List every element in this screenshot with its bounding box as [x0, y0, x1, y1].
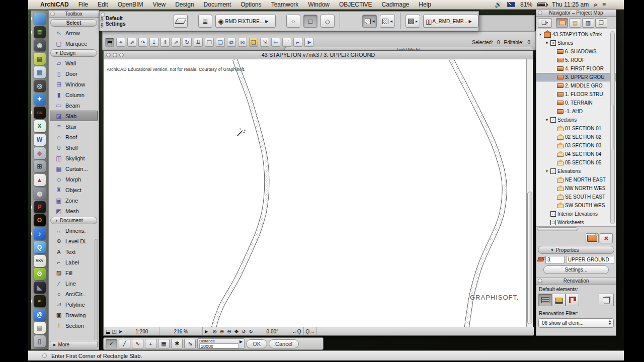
fill-swatch-button[interactable]: ▸ [406, 15, 420, 28]
drawing-window-title-bar[interactable]: 43 STAPYLTON v7mk3 / 3. UPPER GROUND [104, 51, 533, 59]
tree-item-0--terrain[interactable]: 0. TERRAIN [536, 99, 616, 107]
fill-display-button-2[interactable]: ◂ [380, 15, 395, 28]
layer-button[interactable]: ◉ RMD FIXTURE... ▶ [215, 15, 276, 28]
menu-item-options[interactable]: Options [240, 1, 261, 8]
transfer-settings-button[interactable] [599, 294, 614, 306]
floor-plan-display-button[interactable]: ≣ [198, 15, 212, 28]
tool-skylight[interactable]: ◫Skylight [50, 153, 98, 163]
toolbox-scrollbar[interactable] [95, 239, 98, 340]
expand-triangle-icon[interactable]: ▼ [545, 118, 549, 122]
menu-item-cadimage[interactable]: Cadimage [382, 1, 410, 8]
dock-item-android-app[interactable]: ʘ [33, 268, 46, 281]
dock-item-itunes[interactable]: ♪ [33, 227, 46, 240]
layout-book-button[interactable]: ▥ [582, 18, 594, 28]
orbit-button[interactable]: ↺ [242, 329, 246, 334]
zoom-selection-button[interactable]: ⌖ [116, 38, 125, 47]
ok-button[interactable]: OK [246, 339, 267, 348]
dock-item-face-utility[interactable]: ◍ [33, 187, 46, 200]
previous-zoom-button[interactable]: ←Q [290, 327, 304, 335]
drawing-canvas[interactable]: ArchiCAD Educational version, not for re… [104, 59, 527, 328]
distance-arrow-button[interactable]: ⇘ [184, 339, 196, 348]
tree-item-nw-north-wes[interactable]: NW NORTH WES [536, 184, 616, 193]
dock-item-illustrator[interactable]: Ai [33, 295, 46, 308]
toolbox-section-document[interactable]: ▼Document [50, 217, 97, 224]
expand-triangle-icon[interactable]: ▼ [538, 33, 542, 36]
dock-item-trash[interactable]: ▯ [33, 335, 46, 348]
scrollbar-thumb[interactable] [527, 192, 532, 324]
tree-item-stories[interactable]: ▼≡Stories [536, 39, 616, 47]
close-icon[interactable] [50, 12, 55, 16]
tool-shell[interactable]: ∪Shell [50, 142, 98, 153]
marquee-delete-button[interactable]: ⊠ [238, 38, 247, 47]
toolbox-section-design[interactable]: ▼Design [50, 49, 97, 57]
tool-fill[interactable]: ▨Fill [50, 267, 98, 278]
duplicate-button[interactable]: ❏ [216, 38, 225, 47]
demolished-elements-button[interactable] [552, 294, 566, 306]
dock-item-quicktime[interactable]: Q [33, 241, 46, 254]
fillet-button[interactable]: ⌒ [282, 38, 291, 47]
dock-item-p-app[interactable]: P [33, 201, 46, 214]
menu-item-teamwork[interactable]: Teamwork [271, 1, 299, 8]
polyline-input-button[interactable]: ∿ [132, 339, 143, 348]
view-map-button[interactable]: ▤ [569, 18, 581, 28]
expand-triangle-icon[interactable]: ▼ [545, 169, 549, 173]
tree-item-01-section-01[interactable]: 01 SECTION 01 [536, 124, 616, 133]
properties-header[interactable]: ▼Properties [538, 246, 614, 254]
dock-item-finder[interactable] [33, 12, 46, 25]
dock-item-mkv[interactable]: MKV [33, 254, 46, 267]
menu-item-help[interactable]: Help [419, 1, 431, 8]
navigator-title-bar[interactable]: Navigator – Project Map [536, 10, 616, 17]
delete-button[interactable]: × [600, 233, 613, 243]
input-language-flag-icon[interactable] [507, 2, 515, 7]
dock-item-cs-live[interactable]: CS [33, 106, 46, 119]
toolbox-title-bar[interactable]: Toolbox [49, 11, 99, 18]
tree-item-2--middle-gro[interactable]: 2. MIDDLE GRO [536, 81, 616, 90]
settings-button[interactable]: Settings... [543, 265, 609, 274]
drop-button[interactable]: ⇣ [149, 38, 158, 47]
pick-line-button[interactable]: ╱ [119, 339, 130, 348]
elevate-button[interactable]: ⇞ [160, 38, 170, 47]
geometry-rectangle-button[interactable]: □ [303, 15, 317, 28]
menu-clock[interactable]: Thu 11:25 am [552, 1, 589, 8]
tool-polyline[interactable]: ⊿Polyline [50, 299, 98, 310]
dock-item-knob-app[interactable]: ◎ [33, 79, 46, 93]
close-icon[interactable] [101, 13, 105, 17]
cancel-button[interactable]: Cancel [269, 339, 299, 348]
tree-item-elevations[interactable]: ▼⌂Elevations [536, 167, 616, 175]
pen-set-button[interactable]: ➤ [118, 329, 122, 334]
renovation-filter-dropdown[interactable]: 06 show all elem... [538, 318, 614, 328]
tool-text[interactable]: AText [50, 246, 98, 257]
scrollbar-thumb[interactable] [537, 227, 578, 231]
new-elements-button[interactable] [566, 294, 579, 306]
story-name-field[interactable]: UPPER GROUND [566, 256, 614, 263]
tool-beam[interactable]: ▭Beam [50, 100, 98, 111]
intersect-button[interactable]: ⌐ [293, 38, 302, 47]
geometry-polygon-button[interactable]: ⌔ [286, 15, 300, 28]
multiply-button[interactable]: ❐ [205, 38, 214, 47]
zoom-out-button[interactable]: ⊖ [227, 329, 231, 334]
adjust-button[interactable]: ⊢ [271, 38, 280, 47]
move-button[interactable]: ⇗ [127, 38, 136, 47]
notification-list-icon[interactable]: ≡ [602, 1, 606, 8]
existing-elements-button[interactable] [538, 294, 552, 306]
toolbox-more-button[interactable]: ▶More [50, 341, 98, 348]
tree-item-02-section-02[interactable]: 02 SECTION 02 [536, 133, 616, 141]
tool-line[interactable]: ∕Line [50, 278, 98, 289]
menu-item-objective[interactable]: OBJECTiVE [339, 1, 372, 8]
menu-item-archicad[interactable]: ArchiCAD [40, 1, 69, 8]
tool-section[interactable]: ⊥Section [50, 320, 98, 331]
tool-drawing[interactable]: ▣Drawing [50, 310, 98, 320]
tool-stair[interactable]: ≡Stair [50, 121, 98, 132]
tree-item-6--shadows[interactable]: 6. SHADOWS [536, 47, 616, 56]
view-angle[interactable]: 0.00° [255, 327, 290, 335]
renovation-header[interactable]: Renovation [536, 277, 616, 285]
expand-triangle-icon[interactable]: ▼ [545, 41, 549, 45]
dock-item-word[interactable]: W [33, 133, 46, 146]
tool-slab[interactable]: ◪Slab [50, 111, 98, 121]
tool-morph[interactable]: ◇Morph [50, 174, 98, 185]
tool-door[interactable]: ▯Door [50, 68, 98, 79]
relative-point-button[interactable]: + [145, 339, 156, 348]
tree-scrollbar[interactable] [610, 31, 615, 224]
new-folder-button[interactable] [586, 233, 599, 243]
minimize-icon[interactable] [113, 53, 117, 57]
